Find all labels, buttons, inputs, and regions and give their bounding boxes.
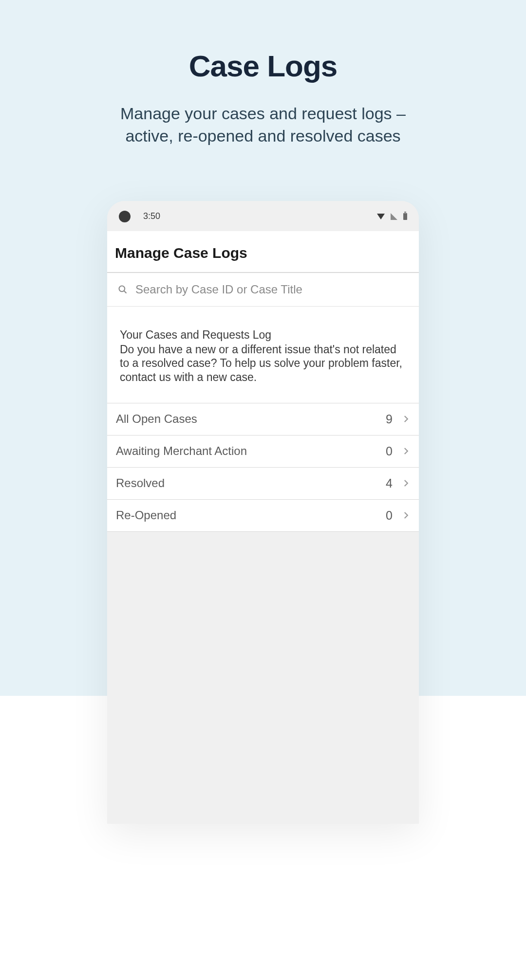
- battery-icon: [403, 213, 407, 220]
- phone-frame: 3:50 Manage Case Logs Your Cases and R: [107, 201, 419, 824]
- chevron-right-icon: [401, 447, 410, 455]
- chevron-right-icon: [401, 415, 410, 423]
- svg-line-1: [124, 290, 127, 293]
- status-bar-left: 3:50: [119, 211, 160, 222]
- signal-icon: [391, 213, 397, 220]
- case-list: All Open Cases 9 Awaiting Merchant Actio…: [107, 403, 419, 532]
- case-label: Resolved: [116, 476, 386, 490]
- case-row-awaiting-merchant[interactable]: Awaiting Merchant Action 0: [107, 436, 419, 468]
- info-text: Do you have a new or a different issue t…: [120, 343, 406, 384]
- chevron-right-icon: [401, 479, 410, 488]
- status-time: 3:50: [143, 211, 160, 221]
- search-bar[interactable]: [107, 273, 419, 307]
- page-container: Case Logs Manage your cases and request …: [0, 0, 526, 980]
- hero-title: Case Logs: [0, 49, 526, 83]
- case-count: 4: [386, 476, 393, 490]
- wifi-icon: [377, 214, 385, 219]
- case-row-resolved[interactable]: Resolved 4: [107, 468, 419, 500]
- info-title: Your Cases and Requests Log: [120, 328, 406, 343]
- case-label: All Open Cases: [116, 412, 386, 426]
- app-header: Manage Case Logs: [107, 231, 419, 273]
- search-icon: [118, 285, 128, 294]
- chevron-right-icon: [401, 511, 410, 520]
- case-label: Re-Opened: [116, 508, 386, 522]
- page-title: Manage Case Logs: [115, 245, 411, 261]
- status-bar-right: [377, 213, 407, 220]
- camera-dot-icon: [119, 211, 131, 222]
- case-row-reopened[interactable]: Re-Opened 0: [107, 500, 419, 532]
- status-bar: 3:50: [107, 201, 419, 231]
- case-count: 9: [386, 412, 393, 426]
- case-row-all-open[interactable]: All Open Cases 9: [107, 403, 419, 436]
- info-section: Your Cases and Requests Log Do you have …: [107, 307, 419, 403]
- search-input[interactable]: [135, 283, 408, 296]
- case-label: Awaiting Merchant Action: [116, 444, 386, 458]
- app-content: Manage Case Logs Your Cases and Requests…: [107, 231, 419, 824]
- case-count: 0: [386, 508, 393, 523]
- hero-subtitle: Manage your cases and request logs – act…: [97, 103, 429, 147]
- svg-point-0: [119, 286, 125, 291]
- case-count: 0: [386, 444, 393, 458]
- empty-area: [107, 532, 419, 824]
